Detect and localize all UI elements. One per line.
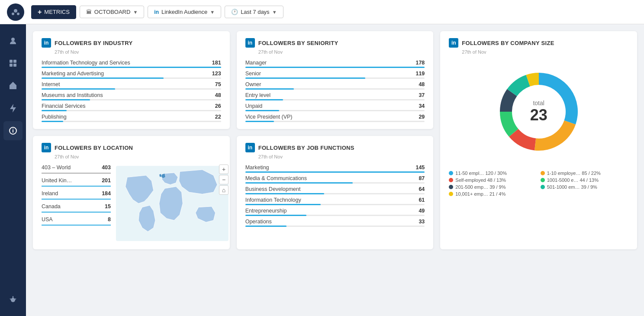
bar-value: 181: [212, 60, 221, 66]
donut-center: total 23: [530, 100, 547, 124]
bar-value: 33: [419, 219, 425, 225]
svg-rect-10: [13, 87, 13, 89]
bar-fill: [245, 67, 425, 68]
seniority-card-date: 27th of Nov: [258, 49, 425, 55]
world-map: [116, 164, 229, 242]
sidebar-item-grid[interactable]: [3, 54, 23, 73]
bar-fill: [245, 215, 306, 216]
linkedin-label: LinkedIn Audience: [161, 9, 207, 15]
legend-dot: [449, 185, 453, 189]
bar-label: Museums and Institutions: [42, 92, 103, 98]
chevron-down-icon-2: ▼: [210, 10, 215, 15]
location-list: 403 – World 403 United Kin… 201 Ireland …: [42, 164, 111, 242]
bar-value: 64: [419, 186, 425, 192]
bar-value: 34: [419, 103, 425, 109]
legend-item: 1001-5000 e… 44 / 13%: [541, 177, 628, 183]
bar-item: Marketing and Advertising 123: [42, 71, 221, 79]
bar-fill: [42, 77, 164, 79]
map-home-button[interactable]: ⌂: [219, 185, 229, 195]
bar-value: 123: [212, 71, 221, 77]
legend-item: 11-50 empl… 120 / 30%: [449, 171, 537, 176]
bar-track: [42, 99, 221, 100]
bar-item: Manager 178: [245, 60, 425, 68]
linkedin-icon: in: [154, 9, 159, 15]
legend-item: 201-500 emp… 39 / 9%: [449, 184, 537, 190]
industry-card-title: FOLLOWERS BY INDUSTRY: [55, 40, 132, 46]
linkedin-icon-companysize: in: [449, 38, 458, 48]
bar-value: 61: [419, 197, 425, 203]
svg-marker-13: [10, 104, 16, 113]
loc-value: 403: [102, 164, 111, 171]
bar-item: Information Technology 61: [245, 197, 425, 205]
timerange-dropdown[interactable]: 🕐 Last 7 days ▼: [225, 6, 283, 18]
industry-card-date: 27th of Nov: [55, 49, 221, 55]
bar-fill: [245, 193, 324, 194]
location-card-date: 27th of Nov: [55, 154, 221, 159]
bar-label: Unpaid: [245, 103, 263, 109]
clock-icon: 🕐: [231, 9, 238, 15]
bar-fill: [42, 121, 63, 122]
companysize-card-title: FOLLOWERS BY COMPANY SIZE: [462, 40, 554, 46]
loc-value: 201: [102, 177, 111, 184]
legend-label: Self-employed 48 / 13%: [455, 177, 506, 183]
bar-label: Owner: [245, 81, 261, 87]
bar-label: Publishing: [42, 114, 67, 120]
linkedin-dropdown[interactable]: in LinkedIn Audience ▼: [148, 6, 221, 18]
metrics-button[interactable]: + METRICS: [31, 5, 76, 19]
bar-item: Senior 119: [245, 71, 425, 79]
bar-track: [245, 193, 425, 194]
bar-track: [245, 171, 425, 173]
bar-track: [42, 67, 221, 68]
location-list-item: Ireland 184: [42, 190, 111, 200]
bar-label: Entry level: [245, 92, 270, 98]
bar-value: 75: [215, 81, 221, 87]
bar-label: Marketing and Advertising: [42, 71, 104, 77]
sidebar-item-person[interactable]: [3, 31, 23, 50]
sidebar-item-info[interactable]: [3, 121, 23, 140]
svg-point-2: [17, 13, 19, 15]
bar-label: Information Technology and Services: [42, 60, 130, 66]
svg-point-0: [14, 9, 17, 13]
bar-fill: [245, 204, 321, 205]
timerange-label: Last 7 days: [241, 9, 270, 15]
main-content: in FOLLOWERS BY INDUSTRY 27th of Nov Inf…: [26, 24, 644, 256]
bar-value: 49: [419, 208, 425, 214]
bar-item: Business Development 64: [245, 186, 425, 194]
loc-value: 15: [105, 203, 111, 210]
bar-item: Operations 33: [245, 219, 425, 227]
map-container: + − ⌂: [116, 164, 229, 242]
svg-marker-12: [10, 82, 16, 85]
legend-dot: [541, 178, 545, 182]
legend-label: 11-50 empl… 120 / 30%: [455, 171, 507, 176]
linkedin-icon-location: in: [42, 143, 51, 152]
bar-item: Museums and Institutions 48: [42, 92, 221, 100]
bar-track: [245, 99, 425, 100]
bar-item: Media & Communications 87: [245, 175, 425, 184]
bar-value: 178: [415, 60, 425, 66]
legend-label: 10,001+ emp… 21 / 4%: [455, 191, 506, 197]
location-card: in FOLLOWERS BY LOCATION 27th of Nov 403…: [33, 136, 230, 249]
linkedin-icon-jobfunctions: in: [245, 143, 255, 152]
loc-value: 8: [108, 216, 111, 222]
bar-label: Senior: [245, 71, 261, 77]
metrics-label: METRICS: [44, 9, 70, 15]
companysize-card-date: 27th of Nov: [462, 49, 628, 55]
bar-item: Owner 48: [245, 81, 425, 90]
logo: [7, 3, 24, 21]
legend-dot: [449, 171, 453, 175]
sidebar-item-lightning[interactable]: [3, 99, 23, 118]
map-zoom-in-button[interactable]: +: [219, 164, 229, 174]
bar-item: Marketing 145: [245, 164, 425, 173]
sidebar-item-institution[interactable]: [3, 76, 23, 95]
legend-item: 501-1000 em… 39 / 9%: [541, 184, 628, 190]
bar-fill: [245, 77, 366, 79]
octoboard-dropdown[interactable]: 🏛 OCTOBOARD ▼: [80, 6, 144, 18]
bar-fill: [245, 182, 353, 184]
loc-name: United Kin…: [42, 177, 72, 184]
bar-fill: [42, 99, 90, 100]
industry-bar-list: Information Technology and Services 181 …: [42, 60, 221, 122]
bar-fill: [42, 88, 115, 90]
map-zoom-out-button[interactable]: −: [219, 175, 229, 184]
bar-fill: [245, 88, 294, 90]
bar-value: 145: [415, 164, 425, 171]
